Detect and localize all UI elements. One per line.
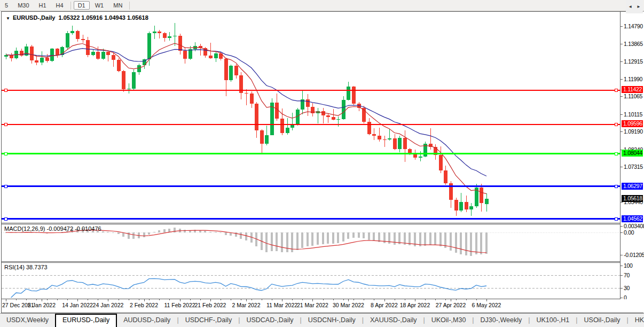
tab-uk100-h1[interactable]: UK100-,H1 [530,314,576,327]
chart-tab-bar: USDX,WeeklyEURUSD-,DailyAUDUSD-,Daily|US… [0,313,644,327]
axis-tickmark [621,226,623,227]
date-minor-tick [456,299,457,300]
price-axis[interactable]: 1.147901.138651.129151.119901.110651.101… [620,12,643,299]
date-major-tick [246,299,247,301]
rsi-tick-label: 30 [624,285,630,291]
chart-window: ▼EURUSD-,Daily 1.05322 1.05916 1.04943 1… [1,11,643,313]
axis-tickmark [621,255,623,255]
date-minor-tick [333,299,334,300]
tab-usdcnh-daily[interactable]: USDCNH-,Daily [302,314,362,327]
timeframe-m30[interactable]: M30 [13,1,33,10]
date-tick-label: 21 Mar 2022 [294,302,331,308]
axis-tickmark [621,202,623,203]
axis-tickmark [621,266,623,266]
date-minor-tick [292,299,293,300]
date-minor-tick [343,299,344,300]
date-minor-tick [88,299,88,300]
axis-tickmark [621,26,623,27]
ohlc-close: 1.05618 [127,14,148,21]
tab-ukoil-m30[interactable]: UKOil-,M30 [425,314,473,327]
date-minor-tick [26,299,27,300]
hline-price-flag: 1.06297 [622,183,643,190]
date-tick-label: 21 Feb 2022 [192,302,229,308]
date-tick-label: 18 Apr 2022 [396,302,434,308]
date-minor-tick [98,299,98,300]
hline-1.08044[interactable] [2,152,620,155]
symbol-dropdown-icon[interactable]: ▼ [6,16,10,21]
rsi-tick-label: 70 [624,272,630,278]
date-minor-tick [405,299,405,300]
axis-tickmark [621,79,623,80]
date-minor-tick [16,299,17,300]
hline-price-flag: 1.09596 [622,120,643,127]
date-tick-label: 27 Apr 2022 [432,302,469,308]
toolbar-divider [70,2,71,10]
tab-usdchf-daily[interactable]: USDCHF-,Daily [179,314,239,327]
macd-tick-label: -0.01205 [624,252,644,258]
timeframe-h4[interactable]: H4 [52,1,68,10]
ohlc-high: 1.05916 [81,14,103,21]
date-minor-tick [159,299,160,300]
hline-1.11422[interactable] [2,89,620,91]
candles-group [4,23,489,216]
date-minor-tick [67,299,68,300]
date-minor-tick [354,299,354,300]
date-minor-tick [36,299,37,300]
price-tick-label: 1.11990 [624,76,642,82]
hline-1.09596[interactable] [2,123,620,126]
tab-hk50-h4[interactable]: HK50-,H4 [629,314,644,327]
date-minor-tick [374,299,374,300]
date-major-tick [42,299,42,301]
tab-scroll-controls: ◄ ► [626,0,643,13]
macd-label: MACD(12,26,9) -0.009472 -0.010476 [4,225,101,232]
timeframe-w1[interactable]: W1 [91,1,108,10]
timeframe-5[interactable]: 5 [1,1,12,10]
timeframe-h1[interactable]: H1 [35,1,51,10]
date-minor-tick [395,299,395,300]
hline-1.06297[interactable] [2,185,620,188]
date-minor-tick [476,299,477,300]
ma-fast-line [6,43,486,193]
date-tick-label: 24 Jan 2022 [89,302,127,308]
date-minor-tick [252,299,252,300]
timeframe-mn[interactable]: MN [109,1,127,10]
tab-usoil-daily[interactable]: USOil-,Daily [578,314,627,327]
tab-xauusd-daily[interactable]: XAUUSD-,Daily [364,314,423,327]
price-tick-label: 1.10115 [624,111,642,118]
date-major-tick [282,299,282,301]
tab-usdcad-daily[interactable]: USDCAD-,Daily [240,314,300,327]
price-tick-label: 1.07315 [624,164,643,170]
date-minor-tick [231,299,231,300]
tab-scroll-left-icon[interactable]: ◄ [628,4,632,9]
axis-tickmark [621,232,623,233]
axis-tickmark [621,275,623,276]
date-minor-tick [272,299,272,300]
price-tick-label: 1.11065 [624,93,642,99]
date-minor-tick [466,299,467,300]
date-minor-tick [323,299,324,300]
date-minor-tick [169,299,170,300]
date-tick-label: 2 Mar 2022 [227,302,265,308]
tab-dj30-weekly[interactable]: DJ30-,Weekly [474,314,529,327]
axis-tickmark [621,44,623,44]
date-axis[interactable]: 27 Dec 20215 Jan 202214 Jan 202224 Jan 2… [2,299,643,313]
date-minor-tick [445,299,446,300]
tab-scroll-right-icon[interactable]: ► [637,4,641,9]
date-tick-label: 30 Mar 2022 [329,302,367,308]
hline-1.04562[interactable] [2,217,620,220]
tab-audusd-daily[interactable]: AUDUSD-,Daily [117,314,177,327]
timeframe-d1[interactable]: D1 [74,1,90,10]
date-minor-tick [47,299,48,300]
price-chart-canvas[interactable] [2,12,620,223]
chart-title: ▼EURUSD-,Daily 1.05322 1.05916 1.04943 1… [6,14,148,21]
tab-eurusd-daily[interactable]: EURUSD-,Daily [55,314,117,327]
date-minor-tick [139,299,139,300]
macd-tick-label: 0.00 [624,229,634,236]
date-major-tick [451,299,451,301]
hline-price-flag: 1.11422 [622,86,643,93]
tab-usdx-weekly[interactable]: USDX,Weekly [0,314,55,327]
date-major-tick [108,299,108,301]
date-tick-label: 5 Jan 2022 [23,302,60,308]
date-minor-tick [190,299,191,300]
rsi-indicator-canvas[interactable] [2,263,620,299]
